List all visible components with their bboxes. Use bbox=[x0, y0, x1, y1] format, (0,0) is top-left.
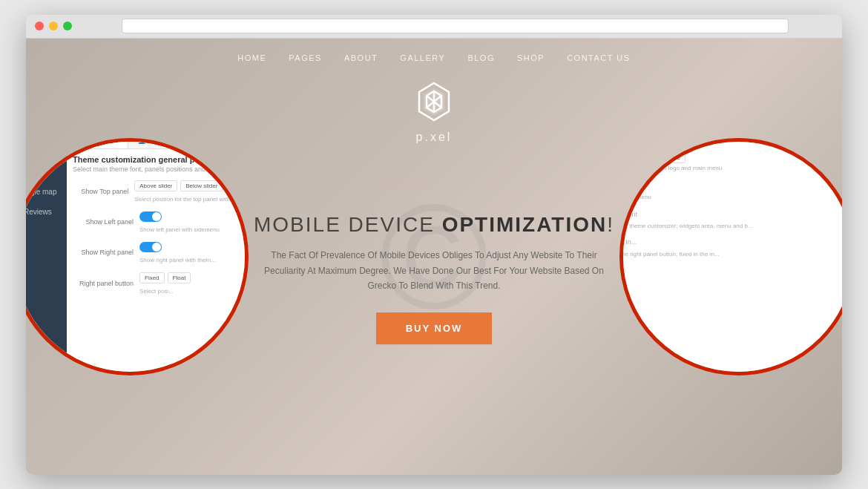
url-bar[interactable] bbox=[122, 19, 789, 33]
browser-window: © HOME PAGES ABOUT GALLERY BLOG SHOP CON… bbox=[26, 15, 842, 475]
hero-description: The Fact Of Prevalence Of Mobile Devices… bbox=[249, 249, 619, 294]
nav-pages[interactable]: PAGES bbox=[289, 53, 322, 62]
logo-area: p.xel bbox=[412, 79, 456, 144]
nav-contact[interactable]: CONTACT US bbox=[567, 53, 631, 62]
browser-titlebar bbox=[26, 15, 842, 39]
maximize-button[interactable] bbox=[63, 22, 72, 30]
top-panel-row: Show Top panel Above slider Below slider… bbox=[73, 180, 249, 203]
rps-row-1: Above slider Below slider Hide Select po… bbox=[619, 152, 842, 171]
logo-icon bbox=[412, 79, 456, 124]
logo-text: p.xel bbox=[412, 131, 456, 144]
left-panel-toggle[interactable] bbox=[139, 211, 162, 222]
below-slider-btn[interactable]: Below slider bbox=[180, 180, 223, 191]
tab-panels[interactable]: ⬜ Panels bbox=[194, 138, 243, 148]
tab-media[interactable]: 🎵 Media bbox=[243, 138, 249, 148]
left-panel-tabs: ● General 👤 User menu ⬜ Panels bbox=[73, 138, 249, 149]
nav-home[interactable]: HOME bbox=[237, 53, 266, 62]
sidebar-general[interactable]: General bbox=[26, 142, 67, 162]
right-panel-row: Show Right panel Show right panel with t… bbox=[73, 242, 249, 263]
rps-hide[interactable]: Hide bbox=[662, 152, 685, 163]
left-circle-overlay: General Blog Google map Reviews ● Genera… bbox=[26, 138, 249, 375]
hero-section: MOBILE DEVICE OPTIMIZATION! The Fact Of … bbox=[249, 212, 619, 344]
left-panel-sidebar: General Blog Google map Reviews bbox=[26, 138, 67, 375]
right-panel-screenshot: eral parameters ions and custom CSS and … bbox=[619, 138, 842, 375]
right-panel-btn-row: Right panel button Fixed Float Select po… bbox=[73, 272, 249, 295]
float-btn[interactable]: Float bbox=[168, 272, 191, 283]
minimize-button[interactable] bbox=[49, 22, 58, 30]
navigation-bar: HOME PAGES ABOUT GALLERY BLOG SHOP CONTA… bbox=[26, 39, 842, 74]
rps-subtitle: ions and custom CSS and JS code bbox=[619, 138, 842, 145]
website-content: © HOME PAGES ABOUT GALLERY BLOG SHOP CON… bbox=[26, 39, 842, 475]
rps-row-3: panel Inherit Show right panel with them… bbox=[619, 209, 842, 229]
nav-gallery[interactable]: GALLERY bbox=[400, 53, 445, 62]
sidebar-reviews[interactable]: Reviews bbox=[26, 202, 67, 222]
nav-blog[interactable]: BLOG bbox=[467, 53, 495, 62]
rps-row-2: panel Inherit Show left panel with sidem… bbox=[619, 180, 842, 200]
above-slider-btn[interactable]: Above slider bbox=[134, 180, 177, 191]
hero-main-text: MOBILE DEVICE OPTIMIZATION! bbox=[249, 212, 619, 237]
left-panel-circle: General Blog Google map Reviews ● Genera… bbox=[26, 138, 249, 375]
tab-user-menu[interactable]: 👤 User menu bbox=[130, 138, 192, 148]
rps-float[interactable]: Float bbox=[619, 238, 622, 249]
rps-below-slider[interactable]: Below slider bbox=[619, 152, 660, 163]
right-panel-circle: eral parameters ions and custom CSS and … bbox=[619, 138, 842, 375]
nav-about[interactable]: ABOUT bbox=[344, 53, 378, 62]
tab-general[interactable]: ● General bbox=[79, 138, 128, 148]
close-button[interactable] bbox=[35, 22, 44, 30]
left-panel-main: ● General 👤 User menu ⬜ Panels bbox=[67, 138, 249, 309]
fixed-btn[interactable]: Fixed bbox=[139, 272, 165, 283]
sidebar-google-map[interactable]: Google map bbox=[26, 182, 67, 202]
panel-title: Theme customization general parameters bbox=[73, 155, 249, 164]
buy-now-button[interactable]: BUY NOW bbox=[376, 312, 493, 344]
left-panel-row: Show Left panel Show left panel with sid… bbox=[73, 211, 249, 233]
rps-row-4: Fixed Float In... Select position for th… bbox=[619, 238, 842, 257]
right-panel-toggle[interactable] bbox=[139, 242, 162, 252]
left-panel-screenshot: General Blog Google map Reviews ● Genera… bbox=[26, 138, 249, 375]
sidebar-blog[interactable]: Blog bbox=[26, 162, 67, 182]
panel-subtitle: Select main theme font, panels positions… bbox=[73, 165, 249, 173]
right-circle-overlay: eral parameters ions and custom CSS and … bbox=[619, 138, 842, 375]
nav-shop[interactable]: SHOP bbox=[517, 53, 545, 62]
